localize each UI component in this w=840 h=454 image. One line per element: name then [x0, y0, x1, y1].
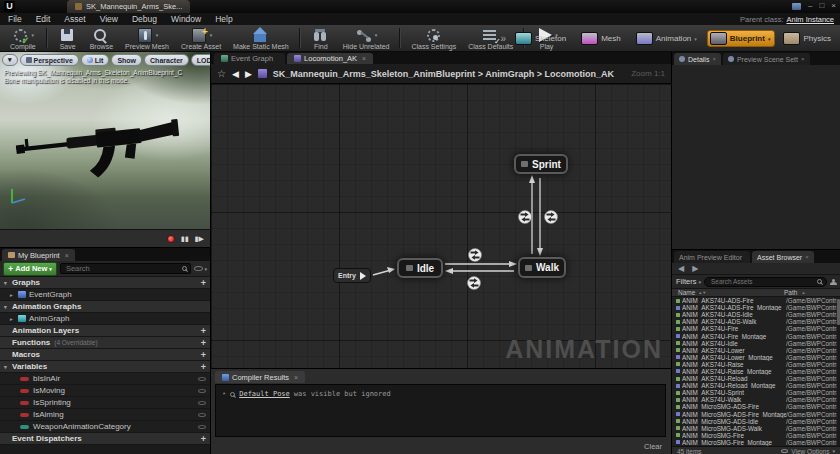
compiler-message-link[interactable]: Default Pose — [239, 390, 290, 398]
asset-row[interactable]: ANIM_MicroSMG-ADS-Fire /Game/BWPContrab — [672, 403, 840, 410]
toolbar-button[interactable]: Make Static Mesh — [227, 25, 295, 51]
add-member-button[interactable]: + — [201, 278, 206, 288]
toolbar-button[interactable] — [46, 28, 48, 48]
expander-caret-icon[interactable]: ▸ — [10, 316, 18, 322]
step-forward-icon[interactable]: ▮▶ — [195, 235, 204, 243]
menu-item[interactable]: Asset — [64, 14, 85, 24]
asset-row[interactable]: ANIM_AKS74U-Sprint /Game/BWPContrab — [672, 389, 840, 396]
sort-arrows-icon[interactable]: ▲▼ — [698, 290, 706, 295]
entry-output-pin-icon[interactable] — [360, 272, 366, 280]
blueprint-tree-row[interactable]: ▸ EventGraph — [0, 289, 210, 301]
toolbar-button[interactable]: ▾ Compile — [4, 25, 42, 51]
blueprint-tree-row[interactable]: IsAiming — [0, 409, 210, 421]
add-member-button[interactable]: + — [201, 326, 206, 336]
blueprint-tree-row[interactable]: Animation Layers + — [0, 325, 210, 337]
tab-close-icon[interactable]: × — [805, 254, 809, 260]
graph-document-tab[interactable]: Event Graph — [214, 53, 285, 64]
asset-search-input[interactable] — [709, 277, 815, 286]
blueprint-tree-row[interactable]: ▸ AnimGraph — [0, 313, 210, 325]
back-arrow-icon[interactable]: ◀ — [232, 69, 239, 79]
menu-item[interactable]: View — [100, 14, 118, 24]
mode-button[interactable]: Skeleton — [513, 31, 573, 46]
blueprint-tree-row[interactable]: ▾ Variables + — [0, 361, 210, 373]
pause-icon[interactable]: ▮▮ — [181, 235, 189, 243]
blueprint-tree-row[interactable]: IsSprinting — [0, 397, 210, 409]
asset-row[interactable]: ANIM_MicroSMG-Fire /Game/BWPContrab — [672, 432, 840, 439]
asset-row[interactable]: ANIM_AKS74U-ADS-Fire_Montage /Game/BWPCo… — [672, 304, 840, 311]
menu-item[interactable]: File — [8, 14, 22, 24]
mode-dropdown-caret-icon[interactable]: ▾ — [768, 36, 771, 42]
dropdown-caret-icon[interactable]: ▾ — [32, 32, 35, 38]
overflow-chevrons-icon[interactable]: » — [500, 33, 506, 44]
graph-document-tab[interactable]: Locomotion_AK × — [287, 53, 373, 64]
asset-row[interactable]: ANIM_AKS74U-Raise /Game/BWPContrab — [672, 361, 840, 368]
preview-viewport[interactable]: Previewing SK_Mannequin_Arms_Skeleton_An… — [0, 52, 211, 247]
mode-button[interactable]: Blueprint ▾ — [707, 30, 776, 47]
add-member-button[interactable]: + — [201, 350, 206, 360]
expander-caret-icon[interactable]: ▾ — [4, 304, 12, 310]
tab-my-blueprint[interactable]: My Blueprint × — [2, 249, 75, 261]
mode-button[interactable]: Mesh — [579, 31, 628, 46]
asset-row[interactable]: ANIM_AKS74U-Fire /Game/BWPContrab — [672, 325, 840, 332]
asset-row[interactable]: ANIM_AKS74U-Lower /Game/BWPContrab — [672, 347, 840, 354]
blueprint-tree-row[interactable]: Event Dispatchers + — [0, 433, 210, 445]
view-options-button[interactable]: View Options ▾ — [781, 448, 835, 454]
toolbar-button[interactable]: Browse — [84, 25, 119, 51]
asset-row[interactable]: ANIM_AKS74U-ADS-Fire /Game/BWPContrab — [672, 297, 840, 304]
asset-row[interactable]: ANIM_AKS74U-Idle /Game/BWPContrab — [672, 340, 840, 347]
blueprint-search-input[interactable] — [64, 263, 181, 274]
mode-button[interactable]: Physics — [781, 31, 838, 46]
asset-browser-tab[interactable]: Asset Browser × — [752, 251, 814, 263]
mode-button[interactable]: Animation ▾ — [634, 31, 701, 46]
toolbar-button[interactable]: Save — [52, 25, 84, 51]
viewport-toolbar-button[interactable]: Lit — [81, 54, 110, 66]
person-filter-icon[interactable] — [830, 279, 836, 285]
transition-rule-icon[interactable] — [468, 277, 481, 290]
graph-tab-close-icon[interactable]: × — [362, 55, 366, 62]
blueprint-tree-row[interactable]: WeaponAnimationCategory — [0, 421, 210, 433]
favorite-star-icon[interactable]: ☆ — [217, 68, 226, 79]
parent-class-link[interactable]: Anim Instance — [786, 15, 834, 24]
menu-item[interactable]: Debug — [132, 14, 157, 24]
add-new-button[interactable]: + Add New ▾ — [3, 262, 57, 276]
history-forward-icon[interactable]: ▶ — [692, 264, 698, 273]
column-name[interactable]: Name — [678, 289, 695, 296]
blueprint-tree-row[interactable]: bIsInAir — [0, 373, 210, 385]
state-node-idle[interactable]: Idle — [397, 258, 443, 278]
column-path[interactable]: Path — [784, 289, 797, 296]
transition-rule-icon[interactable] — [469, 249, 482, 262]
asset-row[interactable]: ANIM_MicroSMG-ADS-Idle /Game/BWPContrab — [672, 418, 840, 425]
transition-rule-icon[interactable] — [519, 211, 532, 224]
add-member-button[interactable]: + — [201, 362, 206, 372]
asset-row[interactable]: ANIM_MicroSMG-ADS-Fire_Montage /Game/BWP… — [672, 411, 840, 418]
variable-visibility-eye-icon[interactable] — [198, 425, 206, 429]
restore-button[interactable]: □ — [819, 1, 824, 11]
transition-rule-icon[interactable] — [545, 211, 558, 224]
close-button[interactable]: × — [831, 1, 836, 11]
asset-row[interactable]: ANIM_AKS74U-Walk /Game/BWPContrab — [672, 396, 840, 403]
blueprint-tree-row[interactable]: ▾ Animation Graphs — [0, 301, 210, 313]
blueprint-tree-row[interactable]: Functions (4 Overridable) + — [0, 337, 210, 349]
forward-arrow-icon[interactable]: ▶ — [245, 69, 252, 79]
asset-row[interactable]: ANIM_AKS74U-ADS-Walk /Game/BWPContrab — [672, 318, 840, 325]
viewport-toolbar-button[interactable]: Perspective — [20, 54, 79, 66]
clear-button[interactable]: Clear — [644, 442, 662, 451]
mode-dropdown-caret-icon[interactable]: ▾ — [694, 36, 697, 42]
toolbar-button[interactable] — [299, 28, 301, 48]
entry-node[interactable]: Entry — [333, 268, 371, 283]
filters-button[interactable]: Filters ▾ — [676, 277, 701, 286]
tab-close-icon[interactable]: × — [801, 56, 805, 62]
state-node-sprint[interactable]: Sprint — [514, 154, 568, 174]
details-tab[interactable]: Preview Scene Sett × — [723, 53, 810, 65]
menu-item[interactable]: Help — [215, 14, 232, 24]
asset-row[interactable]: ANIM_AKS74U-Fire_Montage /Game/BWPContra… — [672, 332, 840, 339]
asset-row[interactable]: ANIM_AKS74U-Lower_Montage /Game/BWPContr… — [672, 354, 840, 361]
asset-row[interactable]: ANIM_AKS74U-Reload /Game/BWPContrab — [672, 375, 840, 382]
asset-row[interactable]: ANIM_AKS74U-Raise_Montage /Game/BWPContr… — [672, 368, 840, 375]
minimize-button[interactable]: – — [808, 1, 812, 11]
viewport-toolbar-button[interactable]: LOD Auto — [191, 54, 211, 66]
path-sort-icon[interactable]: ▲ — [801, 290, 805, 295]
viewport-toolbar-button[interactable]: Show — [111, 54, 142, 66]
state-node-walk[interactable]: Walk — [518, 257, 566, 278]
viewport-scene[interactable]: Previewing SK_Mannequin_Arms_Skeleton_An… — [0, 52, 211, 229]
